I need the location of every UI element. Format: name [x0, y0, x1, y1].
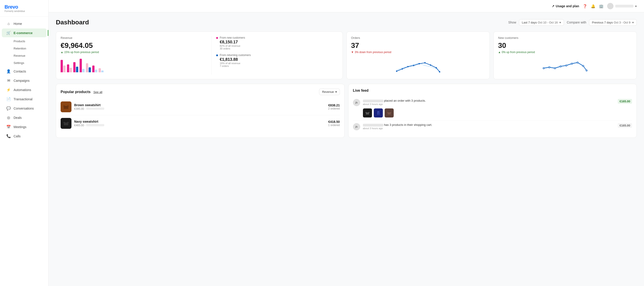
usage-plan-button[interactable]: ↗ Usage and plan [552, 4, 579, 8]
products-card-header: Popular products See all Revenue ▾ [60, 89, 340, 95]
sidebar-subitem-retention[interactable]: Retention [2, 45, 46, 52]
compare-selector[interactable]: Previous 7 days Oct 3 - Oct 9 ▾ [589, 19, 637, 26]
period-selector[interactable]: Last 7 days Oct 10 - Oct 16 ▾ [519, 19, 564, 26]
sweatshirt-icon [63, 120, 70, 127]
bar-light-pink [70, 68, 72, 72]
feed-amount: €165.00 [618, 123, 632, 128]
svg-point-9 [543, 67, 544, 69]
sidebar-item-label: Meetings [14, 125, 26, 129]
sidebar-item-ecommerce[interactable]: 🛒 E-commerce [2, 28, 46, 37]
calls-icon: 📞 [6, 134, 11, 138]
tshirt-icon [365, 110, 370, 115]
sidebar-subitem-products[interactable]: Products [2, 38, 46, 45]
sidebar-item-contacts[interactable]: 👤 Contacts [2, 67, 46, 76]
new-customers-label: From new customers [220, 36, 245, 39]
sidebar-item-conversations[interactable]: 💬 Conversations [2, 104, 46, 113]
building-icon[interactable]: 🏢 [599, 4, 604, 8]
feed-action: placed an order with 3 products. [384, 99, 426, 102]
product-orders: 2 ordered [328, 107, 340, 110]
bar-light-blue [95, 70, 97, 72]
bar-light-pink [63, 65, 66, 72]
compare-date-range: Oct 3 - Oct 9 [614, 21, 630, 24]
dashboard-header: Dashboard Show Last 7 days Oct 10 - Oct … [56, 19, 637, 26]
blurred-sku [86, 108, 104, 110]
orders-change-text: 3% down from previous period [354, 51, 391, 54]
campaigns-icon: ✉ [6, 78, 11, 83]
bar-group [92, 65, 97, 72]
product-name: Brown sweatshirt [74, 103, 326, 107]
feed-product-img [363, 108, 372, 117]
svg-point-7 [436, 67, 437, 68]
product-image [60, 118, 72, 129]
help-icon[interactable]: ❓ [583, 4, 587, 8]
sidebar-nav: ⌂ Home 🛒 E-commerce Products Retention R… [0, 17, 48, 286]
sidebar-item-home[interactable]: ⌂ Home [2, 19, 46, 28]
product-price: €465.00 · [74, 124, 326, 127]
revenue-card: Revenue €9,964.05 ▲ 15% up from previous… [56, 31, 343, 79]
topbar: ↗ Usage and plan ❓ 🔔 🏢 ▾ [48, 0, 644, 12]
feed-item: jh placed an order with 3 products. abou… [353, 96, 632, 120]
new-customers-value: €8,150.17 [220, 40, 245, 44]
sidebar-item-label: Calls [14, 134, 20, 138]
sidebar-item-deals[interactable]: ◎ Deals [2, 113, 46, 122]
bar-light-blue [101, 70, 104, 72]
sidebar-subitem-revenue[interactable]: Revenue [2, 52, 46, 59]
feed-item: jh has 3 products in their shopping cart… [353, 120, 632, 133]
sort-dropdown[interactable]: Revenue ▾ [319, 89, 340, 95]
blurred-sku [86, 124, 104, 126]
svg-rect-19 [377, 112, 378, 115]
sub-item-label: Settings [14, 61, 24, 65]
returning-customers-value: €1,813.88 [220, 57, 251, 62]
sidebar-item-label: Home [14, 22, 22, 25]
bar-pink [60, 60, 63, 72]
show-label: Show [508, 20, 516, 24]
feed-avatar: jh [353, 99, 360, 106]
bell-icon[interactable]: 🔔 [591, 4, 596, 8]
svg-point-4 [418, 63, 420, 64]
compare-label: Compare with [567, 20, 586, 24]
sidebar-subitem-settings[interactable]: Settings [2, 59, 46, 66]
bar-light-blue [82, 69, 84, 72]
feed-card-header: Live feed [353, 89, 632, 93]
up-arrow-icon: ▲ [60, 51, 63, 54]
product-name: Navy sweatshirt [74, 120, 326, 123]
new-customers-revenue: From new customers €8,150.17 82% of all … [216, 36, 338, 50]
product-revenue: €838.21 [328, 103, 340, 107]
new-customers-meta2: 30 orders [220, 47, 245, 50]
product-stats: €838.21 2 ordered [328, 103, 340, 110]
product-info: Brown sweatshirt €395.00 · [74, 103, 326, 110]
sidebar-item-campaigns[interactable]: ✉ Campaigns [2, 76, 46, 85]
feed-item-header: jh has 3 products in their shopping cart… [353, 123, 632, 130]
svg-point-3 [413, 65, 414, 66]
user-menu[interactable]: ▾ [607, 3, 637, 9]
home-icon: ⌂ [6, 22, 11, 26]
see-all-link[interactable]: See all [94, 90, 102, 94]
sidebar-item-transactional[interactable]: 📄 Transactional [2, 95, 46, 103]
usage-plan-label: Usage and plan [556, 4, 579, 8]
bar-group [86, 63, 91, 72]
sidebar-item-automations[interactable]: ⚡ Automations [2, 85, 46, 94]
period-label: Last 7 days [522, 21, 537, 24]
chevron-down-icon: ▾ [560, 21, 561, 24]
feed-amount: €165.00 [618, 99, 632, 104]
revenue-change-text: 15% up from previous period [64, 51, 99, 54]
new-customers-change-text: 0% up from previous period [502, 51, 535, 54]
popular-products-card: Popular products See all Revenue ▾ [56, 84, 344, 138]
bar-light-pink [98, 68, 101, 72]
feed-item-header: jh placed an order with 3 products. abou… [353, 99, 632, 106]
bottom-grid: Popular products See all Revenue ▾ [56, 84, 637, 138]
compare-period-label: Previous 7 days [592, 21, 613, 24]
product-price: €395.00 · [74, 107, 326, 110]
bar-group [98, 68, 104, 72]
new-customers-line-svg [498, 56, 632, 74]
pink-dot [216, 37, 218, 39]
sub-item-label: Products [14, 39, 25, 43]
sidebar-item-calls[interactable]: 📞 Calls [2, 132, 46, 141]
sidebar-item-label: Campaigns [14, 79, 30, 82]
new-customers-change: ▲ 0% up from previous period [498, 51, 632, 54]
new-customers-card-value: 30 [498, 41, 632, 50]
sidebar-item-meetings[interactable]: 📅 Meetings [2, 122, 46, 131]
dashboard-controls: Show Last 7 days Oct 10 - Oct 16 ▾ Compa… [508, 19, 637, 26]
svg-point-15 [577, 62, 578, 63]
new-customers-card-label: New customers [498, 36, 632, 39]
